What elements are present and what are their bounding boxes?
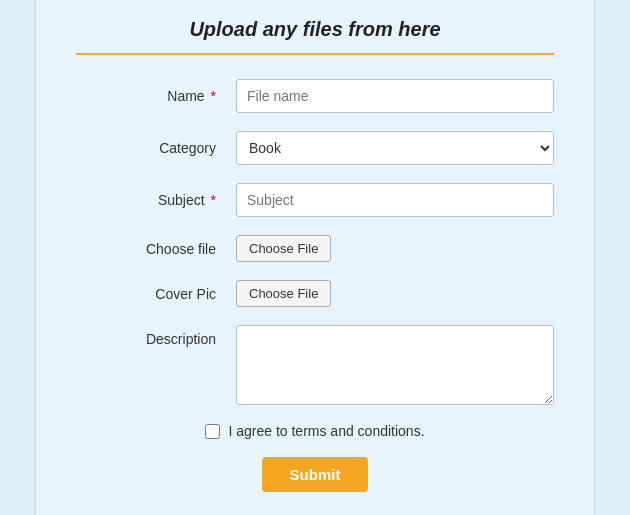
category-label: Category (76, 140, 236, 156)
choose-file-wrapper: Choose File (236, 235, 554, 262)
subject-input[interactable] (236, 183, 554, 217)
name-required-star: * (207, 88, 216, 104)
category-select[interactable]: Book Document Image Video Audio Other (236, 131, 554, 165)
subject-required-star: * (207, 192, 216, 208)
title-divider (76, 53, 554, 55)
cover-pic-row: Cover Pic Choose File (76, 280, 554, 307)
choose-file-button[interactable]: Choose File (236, 235, 331, 262)
name-input[interactable] (236, 79, 554, 113)
terms-checkbox[interactable] (205, 424, 220, 439)
description-row: Description (76, 325, 554, 405)
choose-file-row: Choose file Choose File (76, 235, 554, 262)
cover-pic-button[interactable]: Choose File (236, 280, 331, 307)
cover-pic-wrapper: Choose File (236, 280, 554, 307)
subject-label: Subject * (76, 192, 236, 208)
submit-button[interactable]: Submit (262, 457, 369, 492)
choose-file-label: Choose file (76, 241, 236, 257)
form-title: Upload any files from here (76, 18, 554, 41)
category-row: Category Book Document Image Video Audio… (76, 131, 554, 165)
cover-pic-label: Cover Pic (76, 286, 236, 302)
name-row: Name * (76, 79, 554, 113)
terms-label: I agree to terms and conditions. (228, 423, 424, 439)
description-textarea[interactable] (236, 325, 554, 405)
submit-row: Submit (76, 457, 554, 492)
upload-form-container: Upload any files from here Name * Catego… (35, 0, 595, 515)
name-label: Name * (76, 88, 236, 104)
subject-row: Subject * (76, 183, 554, 217)
description-label: Description (76, 325, 236, 347)
terms-row: I agree to terms and conditions. (76, 423, 554, 439)
